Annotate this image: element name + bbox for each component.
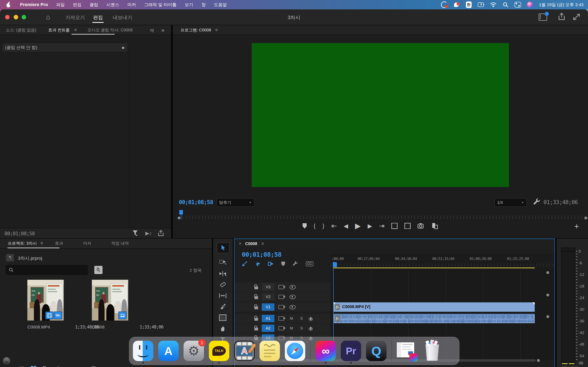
fit-dropdown[interactable]: 맞추기▼ [216, 198, 254, 207]
tab-markers[interactable]: 마커 [83, 241, 91, 246]
button-editor-plus-icon[interactable]: + [574, 222, 579, 231]
linked-selection-icon[interactable] [242, 261, 247, 267]
mute-button[interactable]: M [290, 317, 293, 321]
lock-icon[interactable] [254, 296, 258, 299]
pen-tool[interactable] [217, 302, 229, 312]
play-audio-icon[interactable]: ▶♪ [145, 230, 151, 236]
tab-sequence[interactable]: C0008 [245, 242, 257, 246]
scrubber-right-handle[interactable] [584, 217, 587, 219]
tab-effects[interactable]: 효과 [55, 241, 63, 246]
close-sequence-icon[interactable]: × [239, 241, 242, 246]
lift-icon[interactable] [391, 223, 398, 229]
menu-clock[interactable]: 1월 19일 (금) 오후 3:43 [539, 2, 584, 8]
voiceover-mic-icon[interactable] [310, 317, 312, 320]
track-label[interactable]: V1 [262, 303, 274, 311]
track-label[interactable]: A2 [262, 325, 274, 332]
no-clip-selected-header[interactable]: (클립 선택 안 함) ▶ [2, 43, 128, 52]
timeline-ruler[interactable]: ;00;00 00;17;05;04 00;34;10;04 00;51;15;… [331, 254, 554, 268]
tab-effect-controls[interactable]: 효과 컨트롤 [48, 27, 70, 33]
tab-history[interactable]: 작업 내역 [111, 241, 129, 246]
control-center-icon[interactable] [515, 1, 521, 8]
mark-in-icon[interactable]: { [314, 223, 315, 229]
siri-icon[interactable] [527, 1, 533, 8]
razor-tool[interactable] [217, 280, 229, 290]
logi-status-icon[interactable] [441, 1, 448, 8]
program-scrubber-ruler[interactable] [182, 215, 583, 219]
source-patch-icon[interactable] [278, 317, 284, 320]
clip-thumbnail[interactable] [27, 280, 64, 320]
playback-resolution-dropdown[interactable]: 1/4▼ [494, 198, 527, 207]
scrollbar-handle[interactable] [537, 359, 540, 362]
slip-tool[interactable] [217, 291, 229, 300]
search-input[interactable] [6, 265, 88, 275]
export-icon[interactable] [158, 230, 164, 236]
dock-finder-icon[interactable] [133, 341, 153, 361]
scrubber-left-handle[interactable] [178, 217, 181, 219]
freeform-view-icon[interactable] [43, 366, 49, 367]
program-panel-menu-icon[interactable]: ≡ [215, 27, 218, 33]
source-patch-icon[interactable] [278, 295, 284, 299]
workspace-icon[interactable] [539, 13, 547, 21]
ripple-edit-tool[interactable] [217, 269, 229, 278]
timeline-video-clip[interactable]: fx C0008.MP4 [V] [333, 302, 535, 312]
program-timecode[interactable]: 00;01;08;58 [179, 199, 213, 205]
export-frame-icon[interactable] [417, 223, 424, 229]
battery-icon[interactable] [478, 1, 484, 8]
navigate-up-icon[interactable]: ↰ [6, 254, 14, 261]
menu-edit[interactable]: 편집 [73, 2, 81, 8]
track-label[interactable]: V2 [262, 293, 274, 300]
lock-icon[interactable] [254, 307, 258, 309]
lock-icon[interactable] [254, 318, 258, 321]
menu-clip[interactable]: 클립 [90, 2, 98, 8]
rectangle-tool[interactable] [217, 313, 229, 323]
toggle-track-output-icon[interactable] [290, 305, 296, 309]
list-view-icon[interactable] [19, 366, 25, 367]
hand-tool[interactable] [217, 324, 229, 334]
lock-icon[interactable] [254, 328, 258, 331]
clip-thumbnail[interactable] [92, 280, 128, 320]
comparison-view-icon[interactable] [432, 223, 438, 229]
dock-settings-icon[interactable]: ⚙ 1 [183, 341, 204, 361]
voiceover-mic-icon[interactable] [310, 327, 312, 330]
captions-icon[interactable]: CC [306, 261, 313, 266]
menu-sequence[interactable]: 시퀀스 [106, 2, 119, 8]
new-item-pencil-icon[interactable] [6, 366, 12, 367]
vertical-scroll-handle[interactable] [546, 271, 549, 274]
source-patch-icon[interactable] [278, 285, 284, 289]
solo-button[interactable]: S [300, 317, 303, 321]
input-source-icon[interactable]: 한 [466, 1, 472, 8]
add-marker-icon[interactable] [303, 223, 307, 229]
dock-appstore-icon[interactable]: A [158, 341, 179, 361]
effect-controls-panel-menu-icon[interactable]: ≡ [74, 27, 77, 33]
menu-view[interactable]: 보기 [185, 2, 193, 8]
timeline-panel-menu-icon[interactable]: ≡ [261, 241, 264, 246]
dock-quicktime-icon[interactable]: Q [366, 341, 387, 361]
tab-project[interactable]: 프로젝트: 3차시 [8, 241, 37, 246]
share-icon[interactable] [558, 13, 566, 21]
toggle-track-output-icon[interactable] [290, 285, 296, 289]
selection-tool[interactable] [217, 243, 229, 253]
step-back-icon[interactable]: ◀ [344, 223, 348, 229]
sync-lock-icon[interactable] [268, 261, 274, 267]
program-video-frame[interactable] [252, 43, 509, 187]
fullscreen-icon[interactable] [572, 13, 581, 21]
goto-out-icon[interactable]: ⇥ [379, 222, 384, 230]
tab-program-monitor[interactable]: 프로그램: C0008 [181, 27, 211, 33]
menu-help[interactable]: 도움말 [214, 2, 227, 8]
dock-stickies-icon[interactable] [259, 341, 280, 361]
mute-button[interactable]: M [290, 326, 293, 331]
menu-graphics-titles[interactable]: 그래픽 및 타이틀 [144, 2, 177, 8]
snap-magnet-icon[interactable] [255, 261, 260, 267]
menu-app-name[interactable]: Premiere Pro [20, 2, 48, 7]
timeline-wrench-icon[interactable] [292, 261, 298, 267]
solo-button[interactable]: S [300, 326, 303, 331]
tab-audio-clip-mixer[interactable]: 오디오 클립 믹서: C0008 [87, 27, 132, 33]
dock-creative-cloud-icon[interactable]: ∞ [315, 341, 336, 361]
toggle-track-output-icon[interactable] [290, 295, 296, 299]
breadcrumb[interactable]: 3차시.prproj [18, 255, 42, 261]
source-patch-icon[interactable] [278, 305, 284, 309]
clip-name[interactable]: C0008.MP4 [27, 325, 50, 329]
sort-icon[interactable] [91, 366, 97, 367]
clip-name[interactable]: C0008 [92, 325, 104, 329]
track-label[interactable]: A1 [262, 315, 274, 322]
